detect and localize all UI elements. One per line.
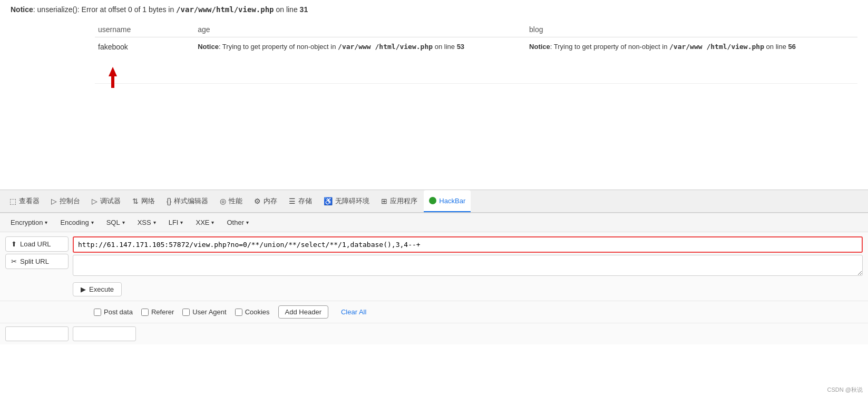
inspect-icon: ⬚ xyxy=(9,197,16,205)
username-value: fakebook xyxy=(98,43,173,51)
tab-console[interactable]: ▷ 控制台 xyxy=(46,190,85,212)
hackbar-toolbar: Encryption ▾ Encoding ▾ SQL ▾ XSS ▾ LFI … xyxy=(0,213,868,232)
tab-a11y-label: 无障碍环境 xyxy=(335,196,369,206)
user-agent-checkbox-item[interactable]: User Agent xyxy=(182,308,226,316)
side-buttons: ⬆ Load URL ✂ Split URL xyxy=(5,236,69,276)
tab-hackbar-label: HackBar xyxy=(439,197,465,205)
post-data-label: Post data xyxy=(104,308,133,316)
network-icon: ⇅ xyxy=(132,197,139,205)
referer-label: Referer xyxy=(151,308,174,316)
blog-notice-label: Notice xyxy=(529,43,550,51)
tab-style-label: 样式编辑器 xyxy=(174,196,208,206)
age-notice-linenum: 53 xyxy=(457,43,464,51)
lfi-arrow-icon: ▾ xyxy=(180,220,183,225)
blog-notice-line-prefix: on line xyxy=(764,43,788,51)
lfi-dropdown[interactable]: LFI ▾ xyxy=(163,216,189,229)
load-url-label: Load URL xyxy=(20,240,51,248)
execute-button[interactable]: ▶ Execute xyxy=(73,282,122,296)
notice-label: Notice xyxy=(11,5,33,14)
hackbar-options-row: Post data Referer User Agent Cookies Add… xyxy=(0,301,868,323)
tab-style[interactable]: {} 样式编辑器 xyxy=(161,190,213,212)
notice-linenum: 31 xyxy=(300,5,308,14)
xxe-arrow-icon: ▾ xyxy=(211,220,214,225)
blog-notice-linenum: 56 xyxy=(788,43,796,51)
storage-icon: ☰ xyxy=(289,197,296,205)
xss-arrow-icon: ▾ xyxy=(153,220,156,225)
tab-debugger-label: 调试器 xyxy=(100,196,121,206)
tab-hackbar[interactable]: HackBar xyxy=(424,190,471,212)
url-input[interactable] xyxy=(73,236,863,253)
url-inputs xyxy=(73,236,863,276)
style-icon: {} xyxy=(167,197,171,205)
xxe-label: XXE xyxy=(196,219,209,226)
tab-debugger[interactable]: ▷ 调试器 xyxy=(86,190,126,212)
encryption-dropdown[interactable]: Encryption ▾ xyxy=(5,216,53,229)
sql-arrow-icon: ▾ xyxy=(122,220,125,225)
split-url-button[interactable]: ✂ Split URL xyxy=(5,254,69,269)
notice-top: Notice: unserialize(): Error at offset 0… xyxy=(11,5,857,14)
blog-notice-cell: Notice: Trying to get property of non-ob… xyxy=(526,37,857,84)
execute-icon: ▶ xyxy=(81,285,86,293)
tab-perf[interactable]: ◎ 性能 xyxy=(214,190,248,212)
age-notice-label: Notice xyxy=(198,43,219,51)
cookies-checkbox[interactable] xyxy=(235,309,242,316)
encoding-arrow-icon: ▾ xyxy=(91,220,94,225)
tab-network[interactable]: ⇅ 网络 xyxy=(127,190,160,212)
xss-label: XSS xyxy=(138,219,151,226)
hackbar-dot-icon xyxy=(429,197,436,204)
lfi-label: LFI xyxy=(169,219,179,226)
tab-storage[interactable]: ☰ 存储 xyxy=(284,190,317,212)
load-url-button[interactable]: ⬆ Load URL xyxy=(5,236,69,252)
sql-label: SQL xyxy=(106,219,120,226)
referer-checkbox-item[interactable]: Referer xyxy=(141,308,174,316)
user-agent-checkbox[interactable] xyxy=(182,309,190,316)
hackbar-url-row: ⬆ Load URL ✂ Split URL xyxy=(0,232,868,280)
notice-line-prefix: on line xyxy=(274,5,300,14)
notice-text: : unserialize(): Error at offset 0 of 1 … xyxy=(33,5,176,14)
encryption-arrow-icon: ▾ xyxy=(45,220,47,225)
tab-perf-label: 性能 xyxy=(229,196,242,206)
partial-box-2 xyxy=(73,326,136,341)
execute-label: Execute xyxy=(89,285,114,293)
tab-network-label: 网络 xyxy=(141,196,155,206)
a11y-icon: ♿ xyxy=(324,197,333,205)
hackbar-execute-row: ▶ Execute xyxy=(0,280,868,301)
apps-icon: ⊞ xyxy=(381,197,387,205)
xss-dropdown[interactable]: XSS ▾ xyxy=(132,216,161,229)
post-data-checkbox[interactable] xyxy=(94,309,101,316)
console-icon: ▷ xyxy=(51,197,57,205)
tab-a11y[interactable]: ♿ 无障碍环境 xyxy=(318,190,375,212)
notice-path: /var/www/html/view.php xyxy=(176,5,274,14)
add-header-button[interactable]: Add Header xyxy=(278,305,328,319)
cookies-label: Cookies xyxy=(245,308,270,316)
post-data-checkbox-item[interactable]: Post data xyxy=(94,308,133,316)
tab-memory-label: 内存 xyxy=(264,196,277,206)
clear-all-button[interactable]: Clear All xyxy=(337,306,370,318)
referer-checkbox[interactable] xyxy=(141,309,149,316)
blog-notice-path: /var/www /html/view.php xyxy=(669,43,764,51)
age-notice-text: : Trying to get property of non-object i… xyxy=(219,43,338,51)
sql-dropdown[interactable]: SQL ▾ xyxy=(101,216,130,229)
load-url-icon: ⬆ xyxy=(11,240,17,248)
partial-box-1 xyxy=(5,326,69,341)
blog-notice-text: : Trying to get property of non-object i… xyxy=(550,43,669,51)
age-notice-path: /var/www /html/view.php xyxy=(338,43,433,51)
cookies-checkbox-item[interactable]: Cookies xyxy=(235,308,270,316)
other-dropdown[interactable]: Other ▾ xyxy=(221,216,254,229)
url-textarea[interactable] xyxy=(73,255,863,276)
devtools-bar: ⬚ 查看器 ▷ 控制台 ▷ 调试器 ⇅ 网络 {} 样式编辑器 ◎ 性能 ⚙ 内… xyxy=(0,190,868,213)
username-cell: fakebook xyxy=(95,37,194,84)
age-notice-line-prefix: on line xyxy=(433,43,457,51)
xxe-dropdown[interactable]: XXE ▾ xyxy=(190,216,219,229)
encoding-dropdown[interactable]: Encoding ▾ xyxy=(55,216,99,229)
tab-memory[interactable]: ⚙ 内存 xyxy=(249,190,282,212)
encryption-label: Encryption xyxy=(11,219,43,226)
tab-inspect[interactable]: ⬚ 查看器 xyxy=(4,190,45,212)
other-label: Other xyxy=(227,219,244,226)
tab-apps[interactable]: ⊞ 应用程序 xyxy=(376,190,423,212)
data-table: username age blog fakebook Notice: Tryin… xyxy=(95,22,857,84)
user-agent-label: User Agent xyxy=(192,308,226,316)
tab-apps-label: 应用程序 xyxy=(390,196,417,206)
encoding-label: Encoding xyxy=(60,219,89,226)
split-url-icon: ✂ xyxy=(11,257,17,265)
